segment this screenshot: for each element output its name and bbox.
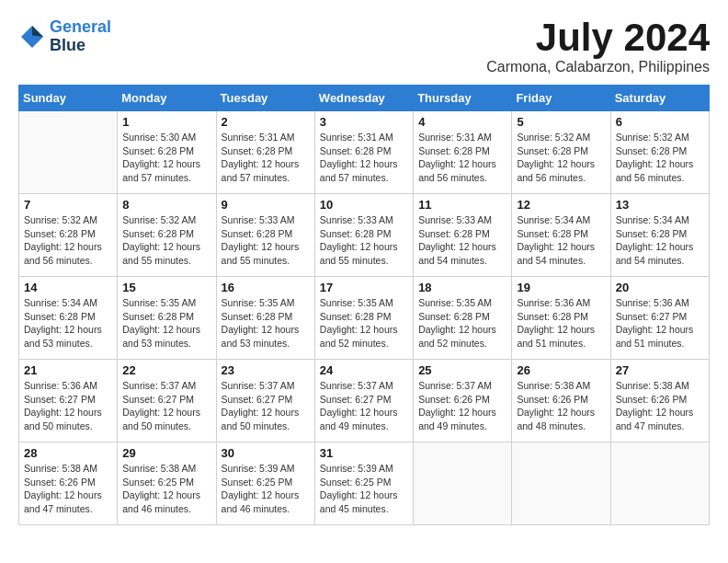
calendar-cell: 11Sunrise: 5:33 AM Sunset: 6:28 PM Dayli… (414, 194, 512, 277)
day-detail: Sunrise: 5:31 AM Sunset: 6:28 PM Dayligh… (320, 131, 408, 185)
calendar-cell: 16Sunrise: 5:35 AM Sunset: 6:28 PM Dayli… (216, 277, 314, 360)
calendar-cell: 31Sunrise: 5:39 AM Sunset: 6:25 PM Dayli… (314, 442, 413, 525)
day-number: 13 (616, 198, 704, 212)
col-thursday: Thursday (414, 86, 512, 111)
day-number: 17 (320, 281, 408, 294)
calendar-cell: 10Sunrise: 5:33 AM Sunset: 6:28 PM Dayli… (314, 194, 413, 277)
day-detail: Sunrise: 5:39 AM Sunset: 6:25 PM Dayligh… (320, 462, 408, 516)
calendar-cell: 21Sunrise: 5:36 AM Sunset: 6:27 PM Dayli… (19, 360, 118, 442)
day-number: 29 (122, 446, 210, 460)
day-detail: Sunrise: 5:38 AM Sunset: 6:26 PM Dayligh… (616, 379, 704, 433)
day-number: 5 (517, 115, 605, 129)
day-number: 6 (616, 115, 704, 129)
day-detail: Sunrise: 5:32 AM Sunset: 6:28 PM Dayligh… (616, 131, 704, 185)
calendar-cell: 23Sunrise: 5:37 AM Sunset: 6:27 PM Dayli… (216, 360, 314, 442)
day-number: 21 (24, 363, 112, 377)
calendar-cell (512, 442, 610, 525)
col-saturday: Saturday (610, 86, 709, 111)
calendar-cell: 26Sunrise: 5:38 AM Sunset: 6:26 PM Dayli… (512, 360, 610, 442)
day-number: 25 (418, 363, 506, 377)
day-detail: Sunrise: 5:37 AM Sunset: 6:26 PM Dayligh… (418, 379, 506, 433)
calendar-cell: 19Sunrise: 5:36 AM Sunset: 6:28 PM Dayli… (512, 277, 610, 360)
day-detail: Sunrise: 5:38 AM Sunset: 6:26 PM Dayligh… (24, 462, 112, 516)
calendar-cell: 5Sunrise: 5:32 AM Sunset: 6:28 PM Daylig… (512, 111, 610, 194)
col-wednesday: Wednesday (314, 86, 413, 111)
day-detail: Sunrise: 5:34 AM Sunset: 6:28 PM Dayligh… (517, 213, 605, 268)
calendar-cell: 3Sunrise: 5:31 AM Sunset: 6:28 PM Daylig… (314, 111, 413, 194)
day-detail: Sunrise: 5:31 AM Sunset: 6:28 PM Dayligh… (418, 131, 506, 185)
day-detail: Sunrise: 5:34 AM Sunset: 6:28 PM Dayligh… (24, 296, 112, 350)
day-number: 8 (122, 198, 210, 212)
day-detail: Sunrise: 5:33 AM Sunset: 6:28 PM Dayligh… (418, 213, 506, 268)
day-detail: Sunrise: 5:35 AM Sunset: 6:28 PM Dayligh… (320, 296, 408, 350)
day-number: 9 (222, 198, 310, 212)
calendar-cell: 28Sunrise: 5:38 AM Sunset: 6:26 PM Dayli… (19, 442, 118, 525)
day-number: 14 (24, 281, 112, 294)
day-number: 15 (122, 281, 210, 294)
calendar-cell: 18Sunrise: 5:35 AM Sunset: 6:28 PM Dayli… (414, 277, 512, 360)
week-row-1: 1Sunrise: 5:30 AM Sunset: 6:28 PM Daylig… (19, 111, 710, 194)
calendar-header-row: Sunday Monday Tuesday Wednesday Thursday… (19, 86, 710, 111)
day-number: 3 (320, 115, 408, 129)
week-row-2: 7Sunrise: 5:32 AM Sunset: 6:28 PM Daylig… (19, 194, 710, 277)
calendar-cell (414, 442, 512, 525)
location: Carmona, Calabarzon, Philippines (486, 59, 710, 75)
day-detail: Sunrise: 5:36 AM Sunset: 6:28 PM Dayligh… (517, 296, 605, 350)
calendar-cell: 1Sunrise: 5:30 AM Sunset: 6:28 PM Daylig… (118, 111, 216, 194)
day-number: 2 (222, 115, 310, 129)
calendar-cell: 4Sunrise: 5:31 AM Sunset: 6:28 PM Daylig… (414, 111, 512, 194)
calendar-cell: 8Sunrise: 5:32 AM Sunset: 6:28 PM Daylig… (118, 194, 216, 277)
calendar-cell: 12Sunrise: 5:34 AM Sunset: 6:28 PM Dayli… (512, 194, 610, 277)
logo-text: General Blue (50, 18, 111, 55)
day-number: 27 (616, 363, 704, 377)
calendar-cell: 17Sunrise: 5:35 AM Sunset: 6:28 PM Dayli… (314, 277, 413, 360)
day-number: 20 (616, 281, 704, 294)
day-detail: Sunrise: 5:38 AM Sunset: 6:26 PM Dayligh… (517, 379, 605, 433)
calendar-cell: 27Sunrise: 5:38 AM Sunset: 6:26 PM Dayli… (610, 360, 709, 442)
calendar-cell: 22Sunrise: 5:37 AM Sunset: 6:27 PM Dayli… (118, 360, 216, 442)
day-detail: Sunrise: 5:36 AM Sunset: 6:27 PM Dayligh… (616, 296, 704, 350)
week-row-4: 21Sunrise: 5:36 AM Sunset: 6:27 PM Dayli… (19, 360, 710, 442)
calendar-cell: 20Sunrise: 5:36 AM Sunset: 6:27 PM Dayli… (610, 277, 709, 360)
day-number: 16 (222, 281, 310, 294)
day-number: 1 (122, 115, 210, 129)
day-number: 18 (418, 281, 506, 294)
day-detail: Sunrise: 5:30 AM Sunset: 6:28 PM Dayligh… (122, 131, 210, 185)
day-number: 4 (418, 115, 506, 129)
day-detail: Sunrise: 5:37 AM Sunset: 6:27 PM Dayligh… (222, 379, 310, 433)
day-detail: Sunrise: 5:35 AM Sunset: 6:28 PM Dayligh… (418, 296, 506, 350)
logo-icon (18, 23, 46, 51)
calendar-cell: 2Sunrise: 5:31 AM Sunset: 6:28 PM Daylig… (216, 111, 314, 194)
title-area: July 2024 Carmona, Calabarzon, Philippin… (486, 18, 710, 75)
day-number: 23 (222, 363, 310, 377)
page-header: General Blue July 2024 Carmona, Calabarz… (18, 18, 710, 75)
col-friday: Friday (512, 86, 610, 111)
calendar-cell: 9Sunrise: 5:33 AM Sunset: 6:28 PM Daylig… (216, 194, 314, 277)
day-detail: Sunrise: 5:33 AM Sunset: 6:28 PM Dayligh… (320, 213, 408, 268)
col-sunday: Sunday (19, 86, 118, 111)
calendar-cell: 25Sunrise: 5:37 AM Sunset: 6:26 PM Dayli… (414, 360, 512, 442)
col-monday: Monday (118, 86, 216, 111)
day-detail: Sunrise: 5:34 AM Sunset: 6:28 PM Dayligh… (616, 213, 704, 268)
calendar-cell: 15Sunrise: 5:35 AM Sunset: 6:28 PM Dayli… (118, 277, 216, 360)
logo: General Blue (18, 18, 111, 55)
day-number: 12 (517, 198, 605, 212)
day-number: 22 (122, 363, 210, 377)
day-number: 26 (517, 363, 605, 377)
calendar-cell (610, 442, 709, 525)
calendar-cell: 30Sunrise: 5:39 AM Sunset: 6:25 PM Dayli… (216, 442, 314, 525)
day-number: 24 (320, 363, 408, 377)
week-row-3: 14Sunrise: 5:34 AM Sunset: 6:28 PM Dayli… (19, 277, 710, 360)
week-row-5: 28Sunrise: 5:38 AM Sunset: 6:26 PM Dayli… (19, 442, 710, 525)
day-number: 11 (418, 198, 506, 212)
calendar-cell (19, 111, 118, 194)
calendar: Sunday Monday Tuesday Wednesday Thursday… (18, 85, 710, 525)
month-year: July 2024 (486, 18, 710, 57)
day-number: 19 (517, 281, 605, 294)
calendar-cell: 7Sunrise: 5:32 AM Sunset: 6:28 PM Daylig… (19, 194, 118, 277)
day-detail: Sunrise: 5:35 AM Sunset: 6:28 PM Dayligh… (122, 296, 210, 350)
calendar-cell: 6Sunrise: 5:32 AM Sunset: 6:28 PM Daylig… (610, 111, 709, 194)
day-detail: Sunrise: 5:32 AM Sunset: 6:28 PM Dayligh… (517, 131, 605, 185)
day-number: 31 (320, 446, 408, 460)
day-number: 7 (24, 198, 112, 212)
